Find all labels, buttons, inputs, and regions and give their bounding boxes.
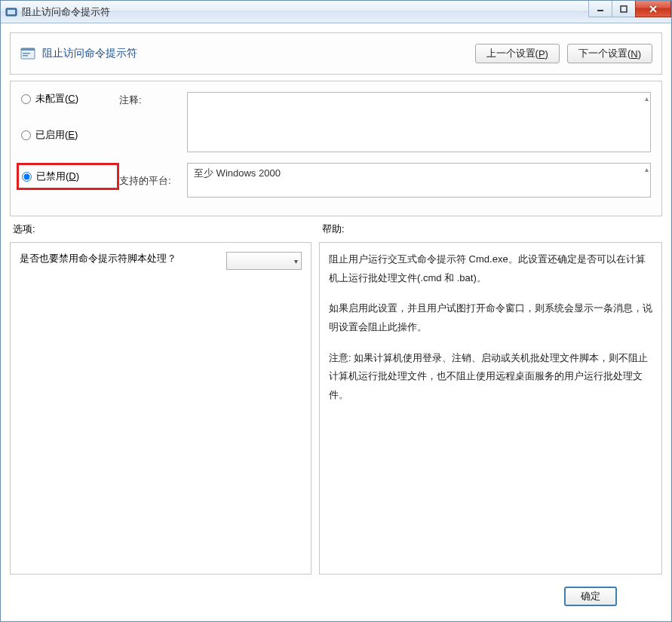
- comment-textarea[interactable]: ▴: [187, 92, 651, 152]
- lower-row: 是否也要禁用命令提示符脚本处理？ ▾ 阻止用户运行交互式命令提示符 Cmd.ex…: [10, 242, 662, 575]
- scroll-up-icon[interactable]: ▴: [645, 165, 649, 173]
- next-btn-text: 下一个设置(: [578, 47, 631, 60]
- svg-rect-3: [621, 6, 627, 12]
- options-panel: 是否也要禁用命令提示符脚本处理？ ▾: [10, 242, 311, 575]
- config-panel: 未配置(C) 注释: ▴ 已启用(E) 已禁用(D) 支持的平台: 至少 Win…: [10, 81, 662, 216]
- radio-enabled-label: 已启用(E): [35, 128, 78, 142]
- radio-disabled[interactable]: 已禁用(D): [17, 163, 119, 190]
- prev-btn-end: ): [545, 48, 548, 60]
- option-combobox[interactable]: ▾: [226, 252, 302, 270]
- close-button[interactable]: [635, 1, 671, 17]
- radio-disabled-label: 已禁用(D): [36, 170, 79, 183]
- help-section-label: 帮助:: [322, 222, 345, 236]
- window-controls: [589, 1, 671, 17]
- help-paragraph: 阻止用户运行交互式命令提示符 Cmd.exe。此设置还确定是否可以在计算机上运行…: [329, 250, 652, 287]
- minimize-button[interactable]: [588, 1, 612, 17]
- comment-label: 注释:: [119, 92, 187, 107]
- svg-rect-8: [23, 53, 30, 54]
- prev-btn-key: P: [539, 48, 545, 60]
- svg-rect-9: [23, 55, 28, 57]
- policy-icon: [20, 45, 36, 62]
- radio-disabled-input[interactable]: [22, 172, 32, 182]
- help-paragraph: 注意: 如果计算机使用登录、注销、启动或关机批处理文件脚本，则不阻止计算机运行批…: [329, 349, 652, 405]
- ok-button[interactable]: 确定: [564, 587, 617, 606]
- scroll-up-icon[interactable]: ▴: [645, 94, 649, 103]
- policy-title: 阻止访问命令提示符: [42, 47, 137, 60]
- radio-not-configured-input[interactable]: [21, 94, 31, 104]
- options-section-label: 选项:: [13, 222, 322, 236]
- next-btn-key: N: [631, 48, 637, 60]
- platform-value: 至少 Windows 2000: [194, 167, 281, 179]
- content-area: 阻止访问命令提示符 上一个设置(P) 下一个设置(N) 未配置(C) 注释: ▴: [1, 23, 671, 621]
- platform-label: 支持的平台:: [119, 173, 187, 188]
- header-panel: 阻止访问命令提示符 上一个设置(P) 下一个设置(N): [10, 32, 662, 75]
- svg-rect-1: [8, 10, 15, 14]
- next-btn-end: ): [638, 48, 641, 60]
- policy-editor-window: 阻止访问命令提示符 阻止访问命令提示符 上一个设置(P): [0, 0, 672, 622]
- section-labels: 选项: 帮助:: [10, 222, 662, 236]
- chevron-down-icon: ▾: [294, 257, 298, 265]
- window-title: 阻止访问命令提示符: [22, 5, 110, 19]
- titlebar[interactable]: 阻止访问命令提示符: [1, 1, 671, 23]
- platform-box[interactable]: 至少 Windows 2000 ▴: [187, 163, 651, 198]
- radio-enabled-input[interactable]: [21, 130, 31, 140]
- svg-rect-7: [21, 48, 35, 51]
- radio-enabled[interactable]: 已启用(E): [21, 128, 119, 142]
- prev-btn-text: 上一个设置(: [486, 47, 539, 60]
- help-paragraph: 如果启用此设置，并且用户试图打开命令窗口，则系统会显示一条消息，说明设置会阻止此…: [329, 299, 652, 336]
- radio-not-configured[interactable]: 未配置(C): [21, 92, 119, 106]
- radio-not-configured-label: 未配置(C): [35, 92, 78, 106]
- previous-setting-button[interactable]: 上一个设置(P): [475, 44, 560, 63]
- help-panel: 阻止用户运行交互式命令提示符 Cmd.exe。此设置还确定是否可以在计算机上运行…: [319, 242, 662, 575]
- footer: 确定: [10, 581, 662, 612]
- option-question: 是否也要禁用命令提示符脚本处理？: [20, 252, 219, 265]
- app-icon: [5, 6, 17, 18]
- next-setting-button[interactable]: 下一个设置(N): [567, 44, 652, 63]
- maximize-button[interactable]: [612, 1, 636, 17]
